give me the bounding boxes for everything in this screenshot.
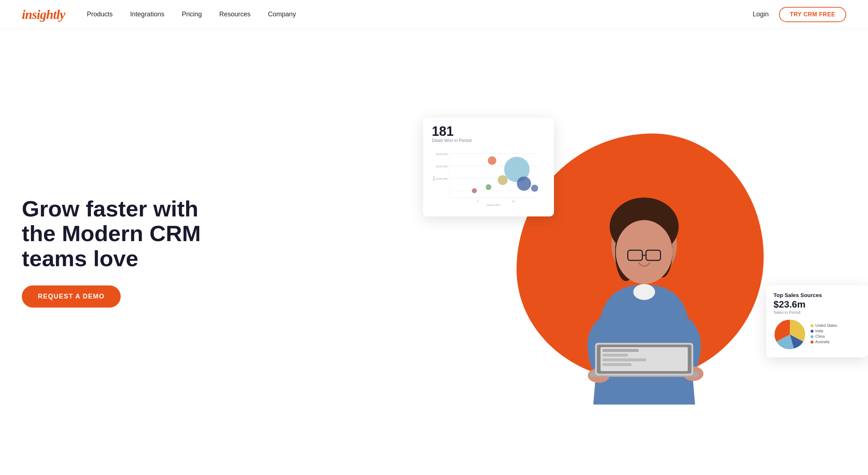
bubble-chart-svg: $200,000 $150,000 $100,000 5 10 Deals Wo… — [432, 147, 545, 209]
nav-pricing[interactable]: Pricing — [182, 11, 202, 18]
legend-us: United States — [811, 324, 837, 328]
svg-rect-18 — [602, 358, 646, 361]
sales-period-label: Sales in Period — [773, 310, 861, 314]
svg-point-37 — [531, 185, 538, 192]
svg-point-35 — [498, 175, 507, 185]
legend-india-dot — [811, 330, 813, 333]
legend-india: India — [811, 329, 837, 333]
legend-australia: Australia — [811, 340, 837, 344]
svg-point-38 — [486, 184, 491, 190]
svg-point-36 — [517, 176, 531, 191]
nav-resources[interactable]: Resources — [219, 11, 250, 18]
navbar: insightly Products Integrations Pricing … — [0, 0, 868, 29]
svg-text:5: 5 — [477, 200, 479, 203]
svg-text:Deals Won: Deals Won — [487, 203, 501, 207]
svg-text:Size: Size — [432, 175, 435, 181]
legend-china: China — [811, 334, 837, 338]
hero-title: Grow faster with the Modern CRM teams lo… — [22, 196, 233, 271]
svg-rect-17 — [602, 354, 628, 357]
svg-point-39 — [472, 188, 477, 193]
hero-person — [542, 179, 746, 405]
sales-amount: $23.6m — [773, 299, 861, 310]
legend-india-label: India — [815, 329, 823, 333]
pie-visual: United States India China Australia — [773, 318, 861, 351]
svg-point-9 — [633, 284, 655, 300]
legend-china-label: China — [815, 334, 825, 338]
pie-legend: United States India China Australia — [811, 324, 837, 345]
svg-text:$100,000: $100,000 — [436, 177, 448, 180]
login-link[interactable]: Login — [753, 11, 769, 18]
svg-text:$150,000: $150,000 — [436, 165, 448, 168]
svg-text:$200,000: $200,000 — [436, 153, 448, 156]
svg-point-33 — [488, 157, 496, 165]
nav-company[interactable]: Company — [268, 11, 296, 18]
nav-integrations[interactable]: Integrations — [130, 11, 164, 18]
top-sales-title: Top Sales Sources — [773, 292, 861, 298]
hero-section: Grow faster with the Modern CRM teams lo… — [0, 29, 868, 475]
legend-us-label: United States — [815, 324, 837, 328]
bubble-chart-card: 181 Deals Won in Period $200,000 $150,00… — [423, 118, 554, 216]
hero-visual: 181 Deals Won in Period $200,000 $150,00… — [434, 89, 846, 415]
nav-links: Products Integrations Pricing Resources … — [87, 11, 753, 18]
legend-australia-label: Australia — [815, 340, 829, 344]
pie-chart-svg — [773, 318, 806, 351]
legend-china-dot — [811, 335, 813, 338]
legend-us-dot — [811, 324, 813, 327]
hero-content: Grow faster with the Modern CRM teams lo… — [22, 196, 434, 308]
pie-chart-card: Top Sales Sources $23.6m Sales in Period — [766, 285, 868, 357]
svg-rect-16 — [602, 349, 639, 352]
request-demo-button[interactable]: REQUEST A DEMO — [22, 285, 121, 308]
deals-won-stat: 181 — [432, 125, 545, 138]
svg-text:10: 10 — [512, 200, 515, 203]
svg-point-5 — [616, 220, 672, 284]
nav-products[interactable]: Products — [87, 11, 113, 18]
logo[interactable]: insightly — [22, 7, 65, 22]
deals-won-label: Deals Won in Period — [432, 138, 545, 143]
svg-rect-19 — [602, 363, 631, 366]
try-crm-free-button[interactable]: TRY CRM FREE — [779, 7, 846, 22]
nav-actions: Login TRY CRM FREE — [753, 7, 846, 22]
legend-australia-dot — [811, 341, 813, 344]
